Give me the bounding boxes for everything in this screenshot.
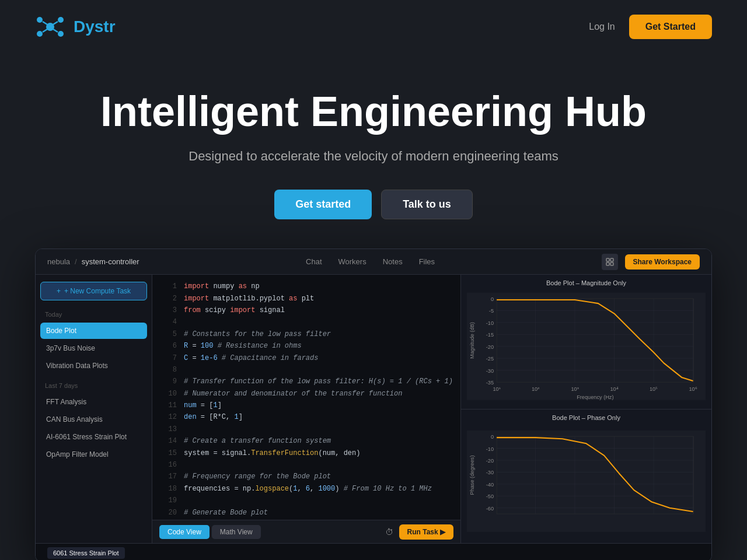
svg-text:-20: -20 [486, 458, 494, 464]
svg-point-3 [37, 31, 43, 37]
footer-stress-strain-item[interactable]: 6061 Stress Strain Plot [47, 547, 125, 559]
hero-buttons: Get started Talk to us [12, 190, 735, 219]
svg-text:-30: -30 [486, 368, 494, 374]
svg-point-4 [58, 31, 64, 37]
code-editor[interactable]: 1 import numpy as np 2 import matplotlib… [152, 275, 460, 520]
code-line: 8 [152, 364, 460, 376]
new-compute-task-button[interactable]: + + New Compute Task [40, 282, 147, 300]
nav-files[interactable]: Files [419, 257, 435, 266]
bode-mag-chart-wrapper: 0 -5 -10 -15 -20 -25 -30 -35 Magnitude (… [467, 289, 706, 404]
code-line: 12 den = [R*C, 1] [152, 411, 460, 423]
login-button[interactable]: Log In [589, 22, 615, 32]
svg-line-5 [43, 22, 47, 24]
svg-text:10¹: 10¹ [493, 387, 500, 393]
code-line: 14 # Create a transfer function system [152, 435, 460, 447]
run-area: ⏱ Run Task ▶ [385, 524, 453, 540]
sidebar-item-can-bus-analysis[interactable]: CAN Bus Analysis [40, 411, 147, 428]
svg-text:10⁵: 10⁵ [650, 387, 658, 393]
svg-rect-12 [610, 262, 613, 265]
svg-text:-10: -10 [486, 320, 494, 326]
svg-text:0: 0 [491, 434, 494, 440]
code-line: 17 # Frequency range for the Bode plot [152, 471, 460, 482]
svg-text:-10: -10 [486, 446, 494, 452]
code-line: 6 R = 100 # Resistance in ohms [152, 340, 460, 352]
svg-text:0: 0 [491, 296, 494, 302]
svg-text:Phase (degrees): Phase (degrees) [469, 455, 475, 495]
code-view-tab[interactable]: Code View [159, 525, 210, 539]
code-line: 11 num = [1] [152, 400, 460, 411]
run-task-button[interactable]: Run Task ▶ [399, 524, 453, 540]
plot-area: Bode Plot – Magnitude Only [460, 275, 711, 543]
today-label: Today [40, 309, 147, 320]
sidebar-item-fft-analysis[interactable]: FFT Analysis [40, 394, 147, 410]
sidebar-item-opamp-filter-model[interactable]: OpAmp Filter Model [40, 446, 147, 463]
nav-get-started-button[interactable]: Get Started [629, 15, 712, 39]
sidebar-item-bode-plot[interactable]: Bode Plot [40, 323, 147, 339]
app-preview: nebula / system-controller Chat Workers … [35, 249, 712, 560]
svg-point-1 [37, 17, 43, 23]
svg-text:-50: -50 [486, 494, 494, 499]
svg-text:10²: 10² [532, 387, 539, 393]
svg-text:-35: -35 [486, 380, 494, 386]
bode-phase-chart-wrapper: 0 -10 -20 -30 -40 -50 -60 Phase (degrees… [467, 424, 706, 539]
dystr-logo-icon [35, 12, 65, 42]
math-view-tab[interactable]: Math View [212, 525, 261, 539]
code-line: 9 # Transfer function of the low pass fi… [152, 376, 460, 387]
svg-rect-9 [606, 258, 609, 261]
svg-line-6 [53, 22, 58, 24]
topbar-icon-button[interactable] [602, 254, 618, 270]
hero-get-started-button[interactable]: Get started [274, 190, 372, 219]
breadcrumb-root: nebula [47, 257, 70, 266]
sidebar-item-ai-stress-strain[interactable]: AI-6061 Stress Strain Plot [40, 429, 147, 445]
new-task-label: + New Compute Task [64, 287, 131, 295]
hero-talk-button[interactable]: Talk to us [381, 190, 473, 219]
svg-text:-30: -30 [486, 470, 494, 475]
svg-line-8 [53, 29, 58, 32]
plus-icon: + [57, 287, 61, 295]
nav-right: Log In Get Started [589, 15, 712, 39]
svg-line-7 [43, 29, 47, 32]
code-line: 20 # Generate Bode plot [152, 507, 460, 519]
clock-icon: ⏱ [385, 527, 393, 537]
nav-notes[interactable]: Notes [383, 257, 403, 266]
code-line: 2 import matplotlib.pyplot as plt [152, 293, 460, 304]
topbar-right: Share Workspace [602, 254, 700, 270]
svg-text:-15: -15 [486, 332, 494, 338]
svg-text:-25: -25 [486, 356, 494, 362]
app-body: + + New Compute Task Today Bode Plot 3p7… [36, 275, 711, 543]
bode-phase-svg: 0 -10 -20 -30 -40 -50 -60 Phase (degrees… [467, 424, 706, 539]
bode-phase-title: Bode Plot – Phase Only [467, 414, 706, 421]
code-line: 3 from scipy import signal [152, 304, 460, 316]
svg-text:-40: -40 [486, 482, 494, 488]
breadcrumb-separator: / [75, 257, 77, 266]
svg-rect-11 [606, 262, 609, 265]
code-line: 5 # Constants for the low pass filter [152, 328, 460, 340]
svg-point-2 [58, 17, 64, 23]
nav-workers[interactable]: Workers [338, 257, 366, 266]
app-topbar: nebula / system-controller Chat Workers … [36, 249, 711, 275]
topbar-nav: Chat Workers Notes Files [306, 257, 435, 266]
hero-section: Intelligent Engineering Hub Designed to … [0, 54, 747, 249]
sidebar-item-vibration-data-plots[interactable]: Vibration Data Plots [40, 358, 147, 374]
svg-rect-14 [497, 299, 693, 382]
share-workspace-button[interactable]: Share Workspace [625, 254, 700, 270]
nav-chat[interactable]: Chat [306, 257, 322, 266]
svg-rect-10 [610, 258, 613, 261]
bode-magnitude-svg: 0 -5 -10 -15 -20 -25 -30 -35 Magnitude (… [467, 289, 706, 404]
code-line: 15 system = signal.TransferFunction(num,… [152, 447, 460, 459]
bode-magnitude-section: Bode Plot – Magnitude Only [461, 275, 711, 410]
plot-chart: Bode Plot – Magnitude Only [461, 275, 711, 543]
expand-icon [606, 258, 614, 266]
svg-text:-60: -60 [486, 506, 494, 512]
bode-phase-section: Bode Plot – Phase Only [461, 410, 711, 544]
svg-text:10³: 10³ [571, 387, 578, 393]
code-line: 7 C = 1e-6 # Capacitance in farads [152, 352, 460, 364]
sidebar-item-3p7v-bus-noise[interactable]: 3p7v Bus Noise [40, 340, 147, 356]
brand-name: Dystr [74, 18, 116, 36]
last7-label: Last 7 days [40, 380, 147, 391]
code-line: 4 [152, 316, 460, 328]
bode-mag-title: Bode Plot – Magnitude Only [467, 279, 706, 286]
code-line: 16 [152, 459, 460, 471]
preview-footer: 6061 Stress Strain Plot [36, 543, 711, 560]
svg-text:10⁶: 10⁶ [689, 387, 697, 393]
